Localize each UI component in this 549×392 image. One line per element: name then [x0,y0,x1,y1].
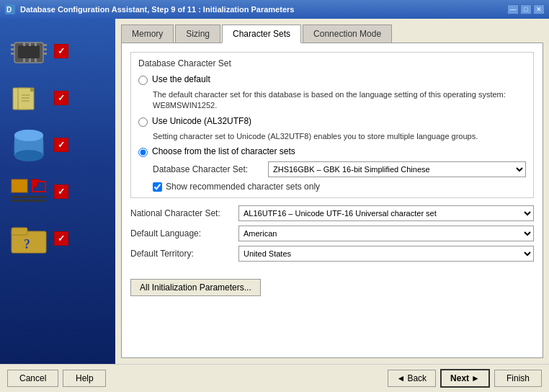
cancel-button[interactable]: Cancel [7,370,58,387]
default-language-select[interactable]: American English French German Spanish [238,226,534,241]
back-button[interactable]: ◄ Back [388,370,437,387]
show-recommended-label[interactable]: Show recommended character sets only [166,182,320,192]
window-title: Database Configuration Assistant, Step 9… [20,5,507,14]
right-panel: Memory Sizing Character Sets Connection … [115,19,549,364]
radio-choose-label[interactable]: Choose from the list of character sets [152,146,295,156]
svg-rect-14 [29,58,31,62]
svg-rect-29 [12,179,27,192]
svg-rect-10 [23,43,25,46]
radio-default-label[interactable]: Use the default [152,74,210,84]
svg-rect-4 [11,48,14,50]
help-button[interactable]: Help [63,370,106,387]
svg-text:D: D [6,6,12,14]
tab-memory[interactable]: Memory [121,24,174,43]
show-recommended-row: Show recommended character sets only [153,182,526,192]
svg-rect-15 [35,58,37,62]
svg-rect-31 [12,196,46,198]
tab-connection-mode[interactable]: Connection Mode [303,24,392,43]
bottom-right-buttons: ◄ Back Next ► Finish [388,369,543,388]
db-charset-label: Database Character Set: [153,164,268,174]
all-params-area: All Initialization Parameters... [130,272,534,296]
check-3: ✓ [54,138,68,152]
radio-default-option: Use the default [138,74,526,85]
window-controls: — □ ✕ [507,4,545,14]
minimize-button[interactable]: — [507,4,519,14]
main-content: ✓ ✓ [0,19,549,364]
default-territory-label: Default Territory: [130,249,238,259]
svg-rect-6 [43,44,47,46]
svg-rect-13 [23,58,25,62]
radio-unicode-label[interactable]: Use Unicode (AL32UTF8) [152,116,251,126]
national-charset-select[interactable]: AL16UTF16 – Unicode UTF-16 Universal cha… [238,205,534,221]
tab-bar: Memory Sizing Character Sets Connection … [121,24,543,43]
national-charset-label: National Character Set: [130,208,238,218]
docs-icon [9,82,49,115]
db-icon [9,127,49,163]
svg-rect-7 [43,48,47,50]
national-charset-row: National Character Set: AL16UTF16 – Unic… [130,205,534,221]
shapes-icon-container [7,174,50,210]
next-label: Next [450,373,469,383]
svg-rect-11 [29,43,31,46]
chip-icon-container [7,33,50,69]
content-panel: Database Character Set Use the default T… [121,43,543,358]
default-territory-row: Default Territory: United States United … [130,246,534,262]
default-language-row: Default Language: American English Frenc… [130,226,534,241]
close-button[interactable]: ✕ [533,4,545,14]
next-arrow-icon: ► [471,373,480,383]
shapes-icon [9,176,49,208]
radio-unicode[interactable] [138,117,148,127]
svg-rect-12 [35,43,37,46]
default-territory-select[interactable]: United States United Kingdom Germany Fra… [238,246,534,262]
radio-unicode-desc: Setting character set to Unicode (AL32UT… [153,131,526,142]
radio-default[interactable] [138,76,148,85]
bottom-bar: Cancel Help ◄ Back Next ► Finish [0,364,549,392]
svg-point-26 [14,130,43,141]
svg-rect-5 [11,53,14,55]
check-5: ✓ [54,231,68,246]
sidebar-item-4: ✓ [7,174,108,210]
db-charset-group: Database Character Set Use the default T… [130,52,534,198]
svg-rect-9 [18,45,40,58]
show-recommended-checkbox[interactable] [153,182,162,192]
chip-icon [7,37,50,66]
tab-sizing[interactable]: Sizing [175,24,220,43]
svg-rect-32 [12,200,46,202]
radio-unicode-option: Use Unicode (AL32UTF8) [138,116,526,127]
svg-rect-8 [43,53,47,55]
titlebar: D Database Configuration Assistant, Step… [0,0,549,19]
back-arrow-icon: ◄ [397,373,406,383]
radio-default-desc: The default character set for this datab… [153,89,526,112]
default-language-label: Default Language: [130,228,238,239]
finish-button[interactable]: Finish [494,370,542,387]
maximize-button[interactable]: □ [520,4,532,14]
all-params-button[interactable]: All Initialization Parameters... [130,279,261,296]
db-icon-container [7,127,50,163]
folder-icon-container: ? [7,220,50,257]
svg-rect-3 [11,44,14,46]
svg-text:?: ? [24,237,30,251]
sidebar-item-3: ✓ [7,127,108,163]
tab-character-sets[interactable]: Character Sets [222,24,301,43]
svg-rect-35 [12,228,27,235]
svg-point-25 [14,150,43,161]
folder-icon: ? [9,223,49,255]
db-charset-row: Database Character Set: ZHS16GBK – GBK 1… [153,161,526,177]
sidebar-item-5: ? ✓ [7,220,108,257]
app-icon: D [4,4,16,15]
check-1: ✓ [54,44,68,58]
sidebar: ✓ ✓ [0,19,115,364]
sidebar-item-1: ✓ [7,33,108,69]
svg-marker-19 [30,88,34,92]
field-section: National Character Set: AL16UTF16 – Unic… [130,205,534,262]
next-button[interactable]: Next ► [440,369,490,388]
sidebar-item-2: ✓ [7,80,108,116]
docs-icon-container [7,80,50,116]
check-2: ✓ [54,91,68,105]
db-charset-select[interactable]: ZHS16GBK – GBK 16-bit Simplified Chinese… [268,161,526,177]
check-4: ✓ [54,184,68,199]
radio-choose[interactable] [138,148,148,157]
db-charset-section-title: Database Character Set [138,58,526,68]
back-label: Back [407,373,427,383]
radio-choose-option: Choose from the list of character sets [138,146,526,157]
